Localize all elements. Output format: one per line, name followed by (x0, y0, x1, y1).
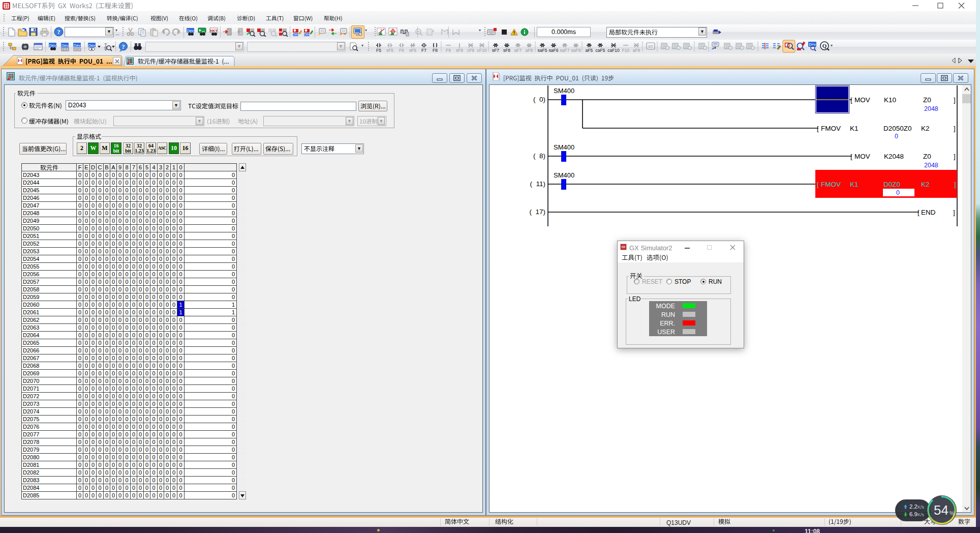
svg-text:FMOV: FMOV (821, 181, 841, 188)
svg-text:cF10: cF10 (477, 48, 487, 53)
svg-text:F10: F10 (622, 48, 630, 53)
svg-text:F9: F9 (446, 48, 451, 53)
svg-text:F7: F7 (421, 48, 426, 53)
svg-text:aF9: aF9 (633, 48, 640, 53)
svg-text:SM400: SM400 (554, 143, 574, 151)
svg-text:ST: ST (648, 44, 653, 49)
svg-text:]: ] (954, 125, 956, 132)
svg-text:aF5: aF5 (586, 48, 593, 53)
svg-text:]: ] (954, 153, 956, 160)
svg-text:6.9K/s: 6.9K/s (909, 511, 925, 517)
svg-text:[: [ (850, 153, 852, 160)
svg-text:SM400: SM400 (554, 171, 574, 179)
svg-text:F5: F5 (376, 48, 381, 53)
svg-text:K2: K2 (921, 181, 930, 188)
svg-text:saF5: saF5 (538, 48, 547, 53)
svg-text:FMOV: FMOV (821, 125, 841, 132)
svg-text:MOV: MOV (854, 96, 870, 104)
svg-text:2.2K/s: 2.2K/s (909, 504, 925, 510)
svg-text:K2048: K2048 (884, 153, 904, 160)
svg-text:caF5: caF5 (596, 48, 605, 53)
svg-text:]: ] (954, 96, 956, 104)
svg-text:sF9: sF9 (456, 48, 463, 53)
svg-text:D2050Z0: D2050Z0 (883, 125, 912, 132)
svg-text:2048: 2048 (924, 105, 938, 112)
svg-text:( 0): ( 0) (533, 96, 545, 103)
svg-text:( 17): ( 17) (529, 208, 545, 216)
svg-text:( 8): ( 8) (533, 152, 545, 160)
svg-text:sF7: sF7 (492, 48, 499, 53)
svg-text:sF6: sF6 (409, 48, 416, 53)
svg-text:saF7: saF7 (560, 48, 570, 53)
svg-text:%: % (950, 510, 955, 516)
svg-text:54: 54 (934, 502, 948, 518)
svg-text:[: [ (817, 181, 819, 188)
svg-text:Z0: Z0 (923, 96, 931, 104)
svg-text:F6: F6 (399, 48, 404, 53)
svg-text:sF5: sF5 (386, 48, 393, 53)
svg-text:END: END (921, 209, 936, 216)
svg-text:saF8: saF8 (571, 48, 581, 53)
svg-text:( 11): ( 11) (530, 180, 545, 188)
svg-text:]: ] (953, 209, 955, 216)
svg-text:aF8: aF8 (526, 48, 533, 53)
svg-text:Q: Q (822, 43, 827, 49)
svg-text:F8: F8 (433, 48, 438, 53)
svg-text:K1: K1 (850, 125, 859, 132)
svg-text:K2: K2 (921, 125, 930, 132)
svg-text:[: [ (817, 125, 819, 132)
svg-text:sF8: sF8 (503, 48, 510, 53)
svg-text:Z0: Z0 (923, 153, 931, 160)
svg-text:D0Z0: D0Z0 (883, 181, 900, 188)
svg-text:K10: K10 (884, 96, 896, 104)
svg-text:caF10: caF10 (607, 48, 620, 53)
svg-text:[: [ (917, 209, 920, 216)
svg-text:SM400: SM400 (554, 87, 574, 95)
svg-text:cF9: cF9 (467, 48, 474, 53)
svg-text:2048: 2048 (924, 162, 938, 169)
svg-text:0: 0 (896, 189, 900, 196)
svg-text:saF6: saF6 (549, 48, 559, 53)
svg-text:aF7: aF7 (514, 48, 522, 53)
svg-text:K1: K1 (850, 181, 859, 188)
svg-text:MOV: MOV (854, 153, 870, 160)
svg-text:]: ] (954, 181, 956, 188)
svg-text:0: 0 (895, 133, 898, 140)
svg-text:[: [ (850, 96, 852, 104)
